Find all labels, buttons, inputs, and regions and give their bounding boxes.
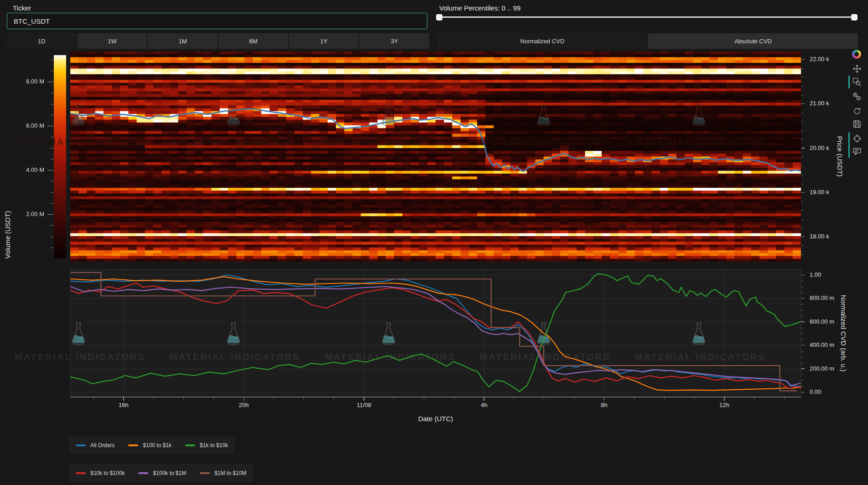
x-tick-label: 16h bbox=[119, 402, 129, 408]
x-minor-tick bbox=[213, 397, 214, 399]
legend-item--100k-to-1m[interactable]: $100k to $1M bbox=[138, 470, 186, 476]
legend-label: $100 to $1k bbox=[143, 442, 172, 449]
x-minor-tick bbox=[333, 397, 334, 399]
reset-tool-icon[interactable] bbox=[852, 107, 862, 116]
x-minor-tick bbox=[664, 397, 665, 399]
volume-minor-tick bbox=[51, 225, 53, 226]
cvd-tick-mark bbox=[801, 368, 805, 369]
x-axis-line bbox=[70, 397, 801, 397]
range-button-1y[interactable]: 1Y bbox=[289, 33, 359, 49]
crosshair-tool-icon[interactable] bbox=[852, 134, 862, 143]
legend-item--10k-to-100k[interactable]: $10k to $100k bbox=[76, 470, 125, 476]
volume-tick-mark bbox=[47, 82, 53, 83]
date-axis-title: Date (UTC) bbox=[418, 415, 453, 423]
range-button-1m[interactable]: 1M bbox=[148, 33, 218, 49]
x-minor-tick bbox=[754, 397, 754, 399]
cvd-button-normalized-cvd[interactable]: Normalized CVD bbox=[437, 33, 647, 49]
x-minor-tick bbox=[574, 397, 574, 399]
volume-minor-tick bbox=[51, 137, 53, 137]
price-tick-label: 20.00 k bbox=[810, 144, 829, 151]
range-button-1w[interactable]: 1W bbox=[78, 33, 147, 49]
x-minor-tick bbox=[784, 397, 785, 399]
volume-tick-label: 4.00 M bbox=[17, 166, 44, 173]
price-minor-tick bbox=[801, 77, 803, 77]
legend-item--1m-to-10m[interactable]: $1M to $10M bbox=[200, 470, 246, 476]
cvd-lines-canvas[interactable] bbox=[70, 269, 801, 397]
volume-tick-mark bbox=[47, 214, 53, 215]
x-tick-label: 8h bbox=[601, 402, 607, 408]
orderbook-heatmap-canvas[interactable] bbox=[70, 52, 801, 262]
cvd-tick-mark bbox=[801, 321, 805, 322]
percentile-slider-track[interactable] bbox=[439, 16, 858, 18]
save-tool-icon[interactable] bbox=[852, 119, 862, 129]
x-minor-tick bbox=[634, 397, 634, 399]
volume-minor-tick bbox=[51, 71, 53, 71]
x-minor-tick bbox=[303, 397, 304, 399]
x-tick-mark bbox=[123, 397, 124, 401]
x-minor-tick bbox=[153, 397, 154, 399]
price-tick-label: 18.00 k bbox=[810, 233, 829, 240]
x-minor-tick bbox=[394, 397, 394, 399]
x-minor-tick bbox=[274, 397, 274, 399]
price-tick-label: 22.00 k bbox=[810, 56, 829, 62]
ticker-input[interactable] bbox=[7, 13, 427, 29]
price-axis-title: Price (USDT) bbox=[836, 136, 844, 176]
price-minor-tick bbox=[801, 68, 803, 69]
x-tick-mark bbox=[483, 397, 484, 401]
price-minor-tick bbox=[801, 157, 803, 157]
x-tick-mark bbox=[724, 397, 725, 401]
cvd-minor-tick bbox=[801, 339, 803, 340]
active-tool-indicator bbox=[848, 145, 850, 158]
x-minor-tick bbox=[183, 397, 184, 399]
pan-tool-icon[interactable] bbox=[852, 64, 862, 73]
legend-label: $10k to $100k bbox=[90, 470, 125, 476]
legend-row-2: $10k to $100k$100k to $1M$1M to $10M bbox=[69, 464, 253, 482]
price-tick-mark bbox=[801, 237, 805, 237]
x-tick-label: 20h bbox=[239, 402, 249, 408]
range-button-6m[interactable]: 6M bbox=[218, 33, 288, 49]
bokeh-logo-icon[interactable] bbox=[852, 50, 861, 59]
legend-swatch-icon bbox=[185, 444, 195, 446]
cvd-button-absolute-cvd[interactable]: Absolute CVD bbox=[648, 33, 858, 49]
legend-item-all-orders[interactable]: All Orders bbox=[76, 442, 114, 449]
range-button-3y[interactable]: 3Y bbox=[359, 33, 429, 49]
legend-label: $100k to $1M bbox=[153, 470, 186, 476]
percentile-slider-handle-high[interactable] bbox=[851, 14, 858, 21]
price-minor-tick bbox=[801, 86, 803, 86]
volume-tick-mark bbox=[47, 126, 53, 127]
x-tick-mark bbox=[364, 397, 364, 401]
x-tick-mark bbox=[604, 397, 605, 401]
volume-tick-mark bbox=[47, 170, 53, 171]
legend-label: $1k to $10k bbox=[200, 442, 228, 449]
cvd-tick-mark bbox=[801, 392, 805, 393]
volume-minor-tick bbox=[51, 115, 53, 115]
volume-minor-tick bbox=[51, 104, 53, 104]
x-tick-mark bbox=[244, 397, 244, 401]
x-minor-tick bbox=[424, 397, 424, 399]
price-minor-tick bbox=[801, 130, 803, 131]
legend-swatch-icon bbox=[200, 472, 210, 474]
x-minor-tick bbox=[454, 397, 454, 399]
percentile-slider-handle-low[interactable] bbox=[436, 14, 442, 21]
volume-minor-tick bbox=[51, 237, 53, 237]
x-tick-label: 12h bbox=[719, 402, 729, 408]
hover-tool-icon[interactable] bbox=[852, 147, 862, 156]
legend-swatch-icon bbox=[128, 444, 138, 446]
range-button-1d[interactable]: 1D bbox=[7, 33, 77, 49]
firecharts-app: Ticker Volume Percentiles: 0 .. 99 1D1W1… bbox=[0, 0, 868, 485]
volume-minor-tick bbox=[51, 203, 53, 204]
x-tick-label: 4h bbox=[481, 402, 487, 408]
legend-item--100-to-1k[interactable]: $100 to $1k bbox=[128, 442, 172, 449]
zoom-in-out-tool-icon[interactable] bbox=[852, 92, 862, 101]
legend-item--1k-to-10k[interactable]: $1k to $10k bbox=[185, 442, 228, 449]
range-button-group: 1D1W1M6M1Y3Y bbox=[7, 33, 429, 49]
box-zoom-tool-icon[interactable] bbox=[852, 77, 862, 87]
legend-row-1: All Orders$100 to $1k$1k to $10k bbox=[69, 437, 234, 454]
price-minor-tick bbox=[801, 228, 803, 228]
price-minor-tick bbox=[801, 95, 803, 95]
cvd-minor-tick bbox=[801, 374, 803, 375]
x-minor-tick bbox=[694, 397, 694, 399]
price-minor-tick bbox=[801, 166, 803, 166]
active-tool-indicator bbox=[848, 132, 850, 145]
volume-tick-label: 2.00 M bbox=[17, 211, 44, 217]
